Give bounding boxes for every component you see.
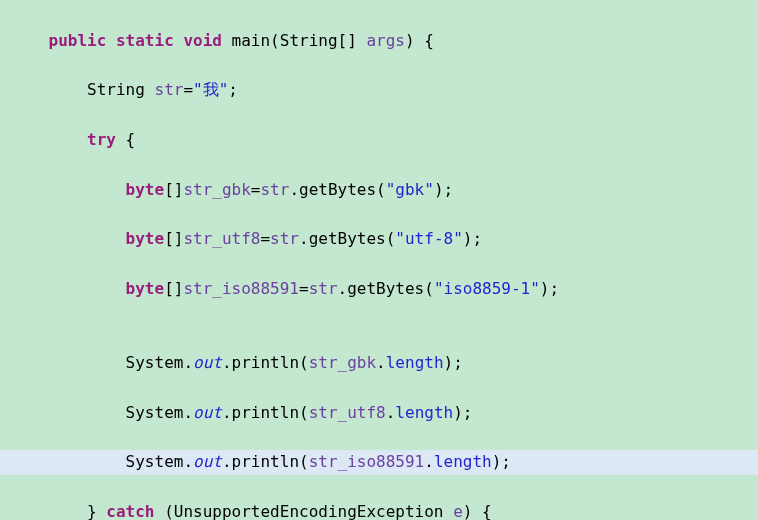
kw-static: static bbox=[116, 31, 174, 50]
kw-public: public bbox=[49, 31, 107, 50]
kw-catch: catch bbox=[97, 502, 164, 520]
code-line-5: byte[]str_utf8=str.getBytes("utf-8"); bbox=[0, 227, 758, 252]
kw-byte: byte bbox=[126, 279, 165, 298]
kw-try: try bbox=[87, 130, 116, 149]
var-gbk: str_gbk bbox=[183, 180, 250, 199]
kw-byte: byte bbox=[126, 229, 165, 248]
code-line-3: try { bbox=[0, 128, 758, 153]
code-line-8: System.out.println(str_gbk.length); bbox=[0, 351, 758, 376]
field-out: out bbox=[193, 353, 222, 372]
exception-type: UnsupportedEncodingException bbox=[174, 502, 444, 520]
kw-void: void bbox=[183, 31, 222, 50]
code-line-4: byte[]str_gbk=str.getBytes("gbk"); bbox=[0, 178, 758, 203]
method-getbytes: getBytes bbox=[299, 180, 376, 199]
string-gbk: "gbk" bbox=[386, 180, 434, 199]
type-string: String bbox=[87, 80, 145, 99]
kw-byte: byte bbox=[126, 180, 165, 199]
arg-type: String bbox=[280, 31, 338, 50]
member-length: length bbox=[386, 353, 444, 372]
code-line-1: public static void main(String[] args) { bbox=[0, 29, 758, 54]
string-iso: "iso8859-1" bbox=[434, 279, 540, 298]
code-line-2: String str="我"; bbox=[0, 78, 758, 103]
method-name: main bbox=[232, 31, 271, 50]
code-line-highlighted: System.out.println(str_iso88591.length); bbox=[0, 450, 758, 475]
code-block: public static void main(String[] args) {… bbox=[0, 0, 758, 520]
var-utf8: str_utf8 bbox=[183, 229, 260, 248]
code-line-6: byte[]str_iso88591=str.getBytes("iso8859… bbox=[0, 277, 758, 302]
code-line-9: System.out.println(str_utf8.length); bbox=[0, 401, 758, 426]
arg-name: args bbox=[366, 31, 405, 50]
code-line-11: } catch (UnsupportedEncodingException e)… bbox=[0, 500, 758, 520]
var-iso: str_iso88591 bbox=[183, 279, 299, 298]
string-literal: "我" bbox=[193, 80, 228, 99]
string-utf8: "utf-8" bbox=[395, 229, 462, 248]
var-str: str bbox=[155, 80, 184, 99]
